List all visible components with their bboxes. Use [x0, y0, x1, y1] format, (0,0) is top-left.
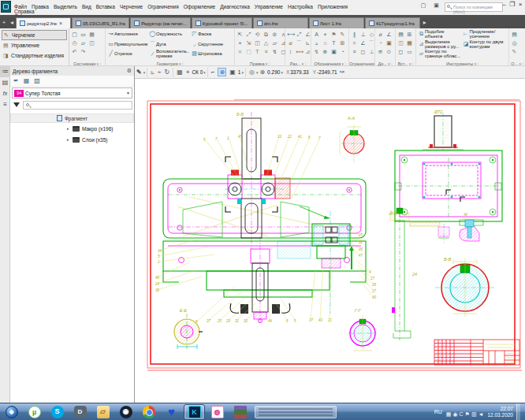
tool-icon-3[interactable]: ▣ [385, 39, 393, 47]
tool-icon-3[interactable]: ⌀ [287, 39, 294, 47]
tool-icon-6[interactable]: ↶ [71, 48, 78, 56]
snap-toggle-icon[interactable]: ⊗ [218, 68, 226, 76]
taskbar-app-explorer[interactable]: ▱ [92, 404, 114, 420]
tool-icon-4[interactable]: ▱ [80, 39, 87, 47]
menu-Приложения[interactable]: Приложения [318, 3, 348, 10]
tree-item-0[interactable]: ▸Макро (x196) [10, 123, 134, 134]
expand-arrow-icon[interactable]: ▸ [67, 137, 73, 142]
tray-icon-2[interactable]: C [460, 411, 464, 417]
snap-magnet-icon[interactable]: ⌁ [158, 69, 162, 76]
taskbar-app-kompas2[interactable]: ◍ [207, 404, 228, 420]
mode-button-2[interactable]: ◨Стандартные изделия [2, 50, 67, 61]
taskbar-app-chrome[interactable] [138, 404, 159, 420]
layers-panel-tab[interactable]: ≡ [0, 99, 10, 110]
tool-icon-2[interactable]: ◫ [397, 39, 404, 47]
pen-style-button[interactable]: ✎ [136, 69, 142, 76]
tool-icon-1[interactable]: ⌖ [322, 31, 329, 39]
mode-button-1[interactable]: ▤Управление [2, 40, 67, 50]
document-tab-5[interactable]: Лист 1.frw [309, 17, 364, 28]
ribbon-button[interactable]: ◪Контур по двум контурам [463, 39, 508, 50]
tool-icon-5[interactable]: ⌒ [368, 39, 375, 47]
tool-icon-0[interactable]: ∥ [351, 31, 358, 39]
tool-icon-10[interactable]: ▱ [271, 39, 278, 47]
zoom-scale-icon[interactable]: ⊕ [259, 69, 265, 76]
document-tab-3[interactable]: Курсовой проект 5\... [192, 17, 252, 28]
menu-help[interactable]: Справка [14, 9, 35, 14]
tray-icon-5[interactable]: ◄ [478, 411, 484, 417]
tool-icon-2[interactable]: ⟲ [254, 31, 261, 39]
ribbon-button[interactable]: ⌒Дуга [149, 39, 191, 50]
snap-angle-icon[interactable]: ⦜ [151, 69, 155, 76]
tool-icon-3[interactable]: ⧉ [262, 31, 270, 39]
tool-icon-2[interactable]: ⚑ [330, 31, 337, 39]
tool-icon-0[interactable]: ⌀ [377, 31, 384, 39]
tool-icon-3[interactable]: ▦ [406, 39, 413, 47]
tool-icon-10[interactable]: ▣ [330, 48, 337, 56]
tool-icon-8[interactable]: ◫ [254, 39, 261, 47]
taskbar-app-utorrent[interactable]: µ [24, 404, 45, 420]
tool-icon-5[interactable]: ⊙ [385, 48, 393, 56]
language-indicator[interactable]: RU [434, 409, 442, 414]
current-layer-value[interactable]: 1 [238, 69, 241, 75]
tool-icon-5[interactable]: ⌂ [322, 39, 329, 47]
variables-panel-tab[interactable]: fx [0, 88, 10, 99]
zoom-value[interactable]: 0.290 [267, 69, 280, 75]
filter-icon[interactable] [13, 102, 20, 107]
clock[interactable]: 22:07 12.03.2020 [487, 406, 513, 418]
tool-icon-0[interactable]: ▤ [397, 31, 404, 39]
tool-icon-7[interactable]: ⇲ [245, 39, 252, 47]
tree-item-1[interactable]: ▸Слои (x35) [10, 134, 134, 145]
menu-Вставка[interactable]: Вставка [96, 3, 115, 10]
tool-icon-4[interactable]: ⊘ [271, 31, 278, 39]
tool-icon-7[interactable]: ↷ [80, 48, 87, 56]
tray-icons[interactable]: ▦◉C⚑▥◄ [445, 405, 485, 419]
ribbon-button[interactable]: ⁄Вспомогатель.. прямая [149, 49, 191, 59]
tool-icon-1[interactable]: ▭ [80, 31, 87, 39]
tree-panel-tab[interactable]: ≔ [0, 66, 10, 77]
ribbon-button[interactable]: ⧉Подобие объекта [418, 29, 463, 39]
tool-icon-0[interactable]: ▢ [71, 31, 78, 39]
tool-icon-7[interactable]: ⟺ [296, 48, 303, 56]
mode-button-0[interactable]: ✎Черчение [2, 30, 67, 40]
tool-icon-3[interactable]: ✎ [339, 31, 346, 39]
document-tab-4[interactable]: dm.frw [253, 17, 308, 28]
tray-icon-0[interactable]: ▦ [446, 411, 452, 417]
menu-Выделить[interactable]: Выделить [54, 3, 77, 10]
layer-view-icon[interactable]: ▦ [24, 77, 30, 84]
tool-icon-1[interactable]: ⊥ [359, 31, 367, 39]
tool-icon-4[interactable]: ⌒ [296, 39, 303, 47]
tool-icon-9[interactable]: △ [262, 39, 270, 47]
menu-Черчение[interactable]: Черчение [120, 3, 143, 10]
menu-Оформление[interactable]: Оформление [184, 3, 215, 10]
tool-icon-6[interactable]: Т [330, 39, 337, 47]
tool-icon-0[interactable]: А [313, 31, 320, 39]
document-tab-2[interactable]: Редуктор (на печат... [130, 17, 190, 28]
taskbar-app-start[interactable]: ❖ [1, 404, 22, 420]
eyedropper-icon[interactable]: ✑ [340, 69, 345, 76]
tray-icon-1[interactable]: ◉ [452, 411, 457, 417]
ribbon-button[interactable]: ▱Контур по границе облас... [418, 49, 463, 59]
tool-icon-6[interactable]: ⌖ [236, 39, 244, 47]
ribbon-button[interactable]: ▨Штриховка [191, 49, 233, 59]
tool-icon-8[interactable]: ⟂ [368, 48, 375, 56]
tool-icon-4[interactable]: ◻ [397, 48, 404, 56]
ribbon-button[interactable]: ⟝Продление/ усечение [463, 29, 508, 39]
ribbon-button[interactable]: ◯Окружность [149, 29, 191, 39]
ribbon-button[interactable]: ╱Отрезок [107, 49, 149, 59]
taskbar-app-discord[interactable]: D [69, 404, 91, 420]
taskbar-window-preview[interactable] [255, 406, 337, 418]
menu-Вид[interactable]: Вид [82, 3, 91, 10]
tool-icon-7[interactable]: ⊞ [339, 39, 346, 47]
taskbar-app-skype[interactable]: S [47, 404, 68, 420]
restore-button[interactable]: ❐ [509, 1, 516, 8]
coordinate-system-icon[interactable]: ⌖ [186, 69, 190, 76]
tool-icon-1[interactable]: ◎ [511, 39, 518, 47]
tool-icon-6[interactable]: ↕ [287, 48, 294, 56]
tool-icon-1[interactable]: ⊞ [406, 31, 413, 39]
tool-icon-4[interactable]: ≋ [377, 48, 384, 56]
tool-icon-15[interactable]: ≡ [262, 48, 270, 56]
image-view-icon[interactable]: ▧ [34, 77, 40, 84]
app-logo-icon[interactable] [1, 1, 11, 13]
tool-icon-1[interactable]: ⤢ [296, 31, 303, 39]
tool-icon-2[interactable]: ▦ [88, 31, 95, 39]
